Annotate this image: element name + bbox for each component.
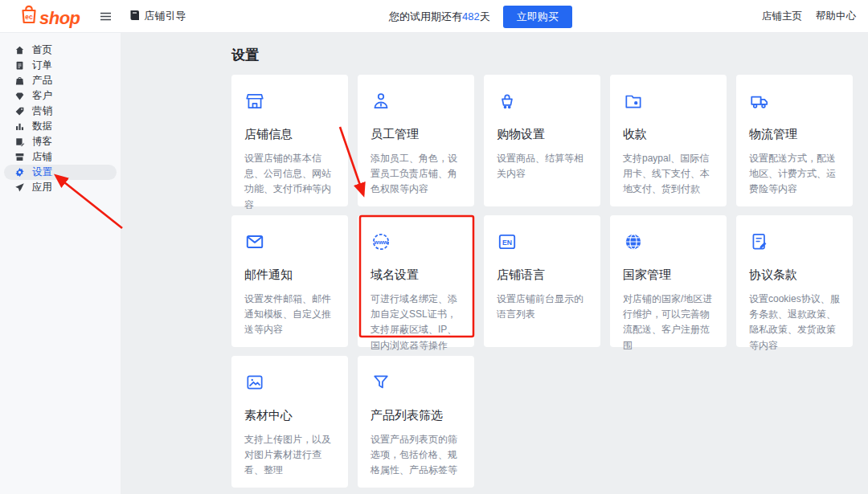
- card-description: 设置店铺前台显示的语言列表: [497, 292, 588, 322]
- card-title: 店铺信息: [244, 127, 335, 142]
- marketing-icon: [14, 106, 25, 116]
- settings-page: 设置 店铺信息 设置店铺的基本信息、公司信息、网站功能、支付币种等内容 员工管理…: [121, 33, 868, 494]
- sidebar-item-products[interactable]: 产品: [0, 73, 121, 88]
- sidebar-item-home[interactable]: 首页: [0, 43, 121, 58]
- products-icon: [14, 76, 25, 86]
- card-description: 设置配送方式，配送地区、计费方式、运费险等内容: [749, 151, 840, 198]
- card-title: 员工管理: [371, 127, 461, 142]
- staff-icon: [371, 91, 391, 112]
- trial-area: 您的试用期还有482天 立即购买: [389, 0, 572, 33]
- policy-document-icon: [749, 231, 770, 252]
- truck-icon: [749, 91, 770, 112]
- data-icon: [14, 121, 25, 132]
- sidebar-item-apps[interactable]: 应用: [0, 180, 121, 195]
- store-icon: [14, 152, 25, 162]
- card-media-center[interactable]: 素材中心 支持上传图片，以及对图片素材进行查看、整理: [231, 356, 348, 488]
- sidebar-item-blog[interactable]: 博客: [0, 134, 121, 149]
- card-domain-settings[interactable]: www 域名设置 可进行域名绑定、添加自定义SSL证书，支持屏蔽区域、IP、国内…: [358, 215, 474, 347]
- card-description: 可进行域名绑定、添加自定义SSL证书，支持屏蔽区域、IP、国内浏览器等操作: [371, 292, 461, 353]
- page-title: 设置: [231, 46, 868, 64]
- store-guide-link[interactable]: 店铺引导: [129, 9, 186, 23]
- topbar: ec shop 店铺引导 您的试用期还有482天 立即购买 店铺主页 帮助中心 …: [0, 0, 868, 33]
- card-description: 设置商品、结算等相关内容: [497, 151, 588, 182]
- sidebar-item-settings[interactable]: 设置: [4, 165, 117, 180]
- card-title: 国家管理: [623, 267, 714, 283]
- topbar-links: 店铺主页 帮助中心 在: [762, 0, 868, 33]
- image-icon: [244, 372, 265, 393]
- card-country-management[interactable]: 国家管理 对店铺的国家/地区进行维护，可以完善物流配送、客户注册范围: [610, 215, 727, 347]
- card-title: 产品列表筛选: [371, 408, 461, 423]
- card-policies[interactable]: 协议条款 设置cookies协议、服务条款、退款政策、隐私政策、发货政策等内容: [736, 215, 853, 347]
- shopping-bag-logo-icon: ec: [19, 4, 39, 28]
- card-title: 素材中心: [244, 408, 335, 423]
- card-logistics[interactable]: 物流管理 设置配送方式，配送地区、计费方式、运费险等内容: [736, 75, 853, 206]
- card-title: 店铺语言: [497, 267, 588, 283]
- mail-icon: [244, 231, 265, 252]
- globe-icon: [623, 231, 644, 252]
- storefront-icon: [244, 91, 265, 112]
- card-description: 设置cookies协议、服务条款、退款政策、隐私政策、发货政策等内容: [749, 292, 840, 353]
- filter-funnel-icon: [371, 372, 391, 393]
- apps-icon: [14, 182, 25, 193]
- card-email-notifications[interactable]: 邮件通知 设置发件邮箱、邮件通知模板、自定义推送等内容: [231, 215, 348, 347]
- card-title: 协议条款: [749, 267, 840, 283]
- card-store-language[interactable]: EN 店铺语言 设置店铺前台显示的语言列表: [484, 215, 600, 347]
- card-shopping-settings[interactable]: 购物设置 设置商品、结算等相关内容: [484, 75, 600, 206]
- book-icon: [129, 10, 140, 23]
- sidebar-item-customers[interactable]: 客户: [0, 88, 121, 104]
- card-payment[interactable]: 收款 支持paypal、国际信用卡、线下支付、本地支付、货到付款: [610, 75, 727, 206]
- card-title: 物流管理: [749, 127, 840, 142]
- buy-now-button[interactable]: 立即购买: [503, 6, 572, 28]
- trial-days-count: 482: [462, 10, 480, 22]
- svg-text:EN: EN: [502, 239, 512, 247]
- card-title: 收款: [623, 127, 714, 142]
- customers-icon: [14, 91, 25, 101]
- ecshop-logo[interactable]: ec shop: [19, 4, 80, 28]
- trial-notice: 您的试用期还有482天: [389, 10, 490, 24]
- sidebar: 首页 订单 产品 客户 营销 数据 博客 店铺 设置 应用: [0, 33, 121, 494]
- svg-text:ec: ec: [25, 13, 33, 21]
- card-store-info[interactable]: 店铺信息 设置店铺的基本信息、公司信息、网站功能、支付币种等内容: [231, 75, 348, 206]
- cart-icon: [497, 91, 518, 112]
- logo-text: shop: [39, 9, 80, 28]
- settings-gear-icon: [14, 167, 25, 178]
- home-icon: [14, 45, 25, 55]
- sidebar-item-orders[interactable]: 订单: [0, 58, 121, 73]
- svg-text:www: www: [373, 239, 387, 246]
- wallet-icon: [623, 91, 644, 112]
- store-guide-label: 店铺引导: [145, 9, 186, 23]
- sidebar-item-marketing[interactable]: 营销: [0, 104, 121, 119]
- orders-icon: [14, 60, 25, 71]
- card-staff-management[interactable]: 员工管理 添加员工、角色，设置员工负责店铺、角色权限等内容: [358, 75, 474, 206]
- hamburger-menu-icon[interactable]: [100, 11, 112, 22]
- card-description: 设置发件邮箱、邮件通知模板、自定义推送等内容: [244, 292, 335, 338]
- card-title: 购物设置: [497, 127, 588, 142]
- help-center-link[interactable]: 帮助中心: [816, 10, 856, 23]
- card-description: 支持paypal、国际信用卡、线下支付、本地支付、货到付款: [623, 151, 714, 198]
- sidebar-item-store[interactable]: 店铺: [0, 149, 121, 165]
- sidebar-item-data[interactable]: 数据: [0, 119, 121, 134]
- settings-card-grid: 店铺信息 设置店铺的基本信息、公司信息、网站功能、支付币种等内容 员工管理 添加…: [231, 75, 868, 488]
- card-title: 邮件通知: [244, 267, 335, 283]
- store-homepage-link[interactable]: 店铺主页: [762, 10, 802, 23]
- card-description: 设置店铺的基本信息、公司信息、网站功能、支付币种等内容: [244, 151, 335, 213]
- card-product-list-filter[interactable]: 产品列表筛选 设置产品列表页的筛选项，包括价格、规格属性、产品标签等: [358, 356, 474, 488]
- blog-icon: [14, 137, 25, 147]
- language-en-icon: EN: [497, 231, 518, 252]
- card-description: 支持上传图片，以及对图片素材进行查看、整理: [244, 432, 335, 479]
- card-title: 域名设置: [371, 267, 461, 283]
- domain-www-icon: www: [371, 231, 391, 252]
- card-description: 添加员工、角色，设置员工负责店铺、角色权限等内容: [371, 151, 461, 198]
- card-description: 设置产品列表页的筛选项，包括价格、规格属性、产品标签等: [371, 432, 461, 479]
- card-description: 对店铺的国家/地区进行维护，可以完善物流配送、客户注册范围: [623, 292, 714, 353]
